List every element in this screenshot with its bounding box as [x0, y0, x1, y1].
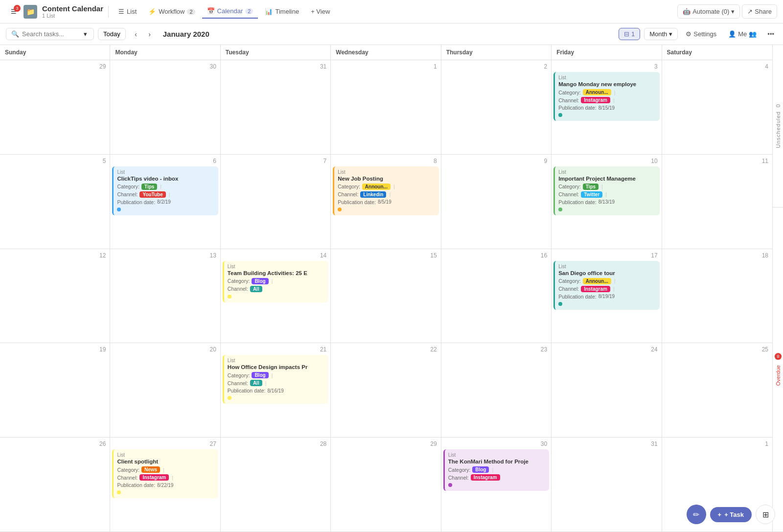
fab-task-button[interactable]: + + Task — [710, 507, 752, 522]
cell-jan5[interactable]: 5 — [0, 155, 110, 249]
filter-button[interactable]: ⊟ 1 — [619, 28, 640, 40]
cell-jan22[interactable]: 22 — [331, 343, 441, 438]
category-tag[interactable]: Blog — [252, 278, 268, 284]
category-tag[interactable]: Announ... — [583, 278, 611, 284]
category-tag[interactable]: News — [141, 466, 160, 473]
cell-jan29[interactable]: 29 — [331, 438, 441, 532]
cell-jan13[interactable]: 13 — [110, 249, 220, 344]
month-selector[interactable]: Month ▾ — [644, 28, 678, 40]
channel-tag[interactable]: Instagram — [581, 97, 610, 103]
next-month-button[interactable]: › — [143, 28, 156, 41]
cell-jan24[interactable]: 24 — [552, 343, 662, 438]
overdue-section[interactable]: Overdue 8 — [773, 208, 783, 532]
event-san-diego[interactable]: List San Diego office tour Category: Ann… — [553, 261, 659, 310]
tab-calendar[interactable]: 📅 Calendar 2 — [202, 4, 258, 19]
pipe2: | — [265, 380, 267, 386]
category-tag[interactable]: Tips — [583, 184, 599, 190]
channel-tag[interactable]: Twitter — [581, 191, 602, 198]
cell-jan28[interactable]: 28 — [221, 438, 331, 532]
cell-jan20[interactable]: 20 — [110, 343, 220, 438]
category-tag[interactable]: Blog — [472, 466, 489, 473]
channel-tag[interactable]: YouTube — [139, 191, 165, 198]
cell-dec29[interactable]: 29 — [0, 60, 110, 155]
me-button[interactable]: 👤 Me 👥 — [724, 28, 760, 40]
event-important-project[interactable]: List Important Project Manageme Category… — [553, 166, 659, 215]
cell-jan4[interactable]: 4 — [662, 60, 772, 155]
event-office-design[interactable]: List How Office Design impacts Pr Catego… — [223, 355, 328, 404]
day-headers: Sunday Monday Tuesday Wednesday Thursday… — [0, 45, 772, 60]
cell-jan2[interactable]: 2 — [441, 60, 552, 155]
event-list-label: List — [558, 169, 656, 175]
cell-jan17[interactable]: 17 List San Diego office tour Category: … — [552, 249, 662, 344]
search-box[interactable]: 🔍 ▾ — [6, 28, 94, 40]
cell-jan19[interactable]: 19 — [0, 343, 110, 438]
search-input[interactable] — [22, 30, 81, 38]
hamburger-button[interactable]: ☰ 3 — [6, 4, 22, 20]
fab-edit-button[interactable]: ✏ — [687, 505, 706, 524]
event-konmari[interactable]: List The KonMari Method for Proje Catego… — [443, 449, 549, 491]
cell-jan15[interactable]: 15 — [331, 249, 441, 344]
tab-workflow[interactable]: ⚡ Workflow 2 — [143, 5, 200, 18]
event-list-label: List — [228, 264, 325, 269]
cell-jan16[interactable]: 16 — [441, 249, 552, 344]
tab-timeline[interactable]: 📊 Timeline — [260, 5, 304, 18]
tab-list[interactable]: ☰ List — [114, 5, 141, 18]
channel-tag[interactable]: Linkedin — [360, 191, 386, 198]
cell-jan14[interactable]: 14 List Team Building Activities: 25 E C… — [221, 249, 331, 344]
event-client-spotlight[interactable]: List Client spotlight Category: News | C… — [112, 449, 218, 498]
event-team-building[interactable]: List Team Building Activities: 25 E Cate… — [223, 261, 328, 302]
category-tag[interactable]: Announ... — [362, 184, 391, 190]
cell-jan8[interactable]: 8 List New Job Posting Category: Announ.… — [331, 155, 441, 249]
cell-jan11[interactable]: 11 — [662, 155, 772, 249]
cell-jan12[interactable]: 12 — [0, 249, 110, 344]
cell-jan30[interactable]: 30 List The KonMari Method for Proje Cat… — [441, 438, 552, 532]
event-clicktips[interactable]: List ClickTips video - inbox Category: T… — [112, 166, 218, 215]
event-mango-monday[interactable]: List Mango Monday new employe Category: … — [553, 72, 659, 121]
cell-jan18[interactable]: 18 — [662, 249, 772, 344]
category-tag[interactable]: Announ... — [583, 89, 611, 95]
cell-jan10[interactable]: 10 List Important Project Manageme Categ… — [552, 155, 662, 249]
category-label: Category: — [338, 184, 360, 189]
category-tag[interactable]: Tips — [141, 184, 157, 190]
channel-tag[interactable]: Instagram — [581, 286, 610, 292]
unscheduled-section[interactable]: Unscheduled 0 — [773, 45, 783, 208]
channel-tag[interactable]: All — [250, 286, 262, 292]
cell-jan21[interactable]: 21 List How Office Design impacts Pr Cat… — [221, 343, 331, 438]
channel-tag[interactable]: All — [250, 380, 262, 386]
channel-tag[interactable]: Instagram — [471, 474, 500, 481]
list-icon: ☰ — [118, 8, 124, 15]
cell-dec31[interactable]: 31 — [221, 60, 331, 155]
pipe2: | — [605, 191, 607, 197]
cell-jan31[interactable]: 31 — [552, 438, 662, 532]
settings-button[interactable]: ⚙ Settings — [682, 28, 720, 40]
today-button[interactable]: Today — [98, 28, 126, 40]
unscheduled-label[interactable]: Unscheduled 0 — [775, 100, 781, 152]
cell-jan9[interactable]: 9 — [441, 155, 552, 249]
search-dropdown-icon[interactable]: ▾ — [84, 30, 87, 38]
project-name: Content Calendar — [42, 4, 103, 13]
cell-jan27[interactable]: 27 List Client spotlight Category: News … — [110, 438, 220, 532]
field-row-category: Category: Announ... | — [558, 89, 656, 95]
event-dot — [558, 208, 562, 211]
notification-badge: 3 — [14, 5, 21, 12]
cell-dec30[interactable]: 30 — [110, 60, 220, 155]
cell-jan26[interactable]: 26 — [0, 438, 110, 532]
cell-jan25[interactable]: 25 — [662, 343, 772, 438]
field-row-channel: Channel: Instagram | — [117, 474, 214, 481]
cell-jan3[interactable]: 3 List Mango Monday new employe Category… — [552, 60, 662, 155]
cell-jan7[interactable]: 7 — [221, 155, 331, 249]
event-dot — [228, 396, 231, 400]
cell-jan23[interactable]: 23 — [441, 343, 552, 438]
cell-jan6[interactable]: 6 List ClickTips video - inbox Category:… — [110, 155, 220, 249]
more-options-button[interactable]: ••• — [764, 28, 777, 40]
overdue-label[interactable]: Overdue 8 — [775, 353, 782, 386]
prev-month-button[interactable]: ‹ — [130, 28, 142, 41]
tab-add-view[interactable]: + View — [306, 5, 335, 18]
channel-tag[interactable]: Instagram — [139, 474, 169, 481]
share-button[interactable]: ↗ Share — [742, 4, 777, 19]
fab-grid-button[interactable]: ⊞ — [756, 505, 775, 524]
cell-jan1[interactable]: 1 — [331, 60, 441, 155]
automate-button[interactable]: 🤖 Automate (0) ▾ — [677, 4, 740, 19]
event-new-job[interactable]: List New Job Posting Category: Announ...… — [333, 166, 438, 215]
category-tag[interactable]: Blog — [252, 372, 268, 378]
